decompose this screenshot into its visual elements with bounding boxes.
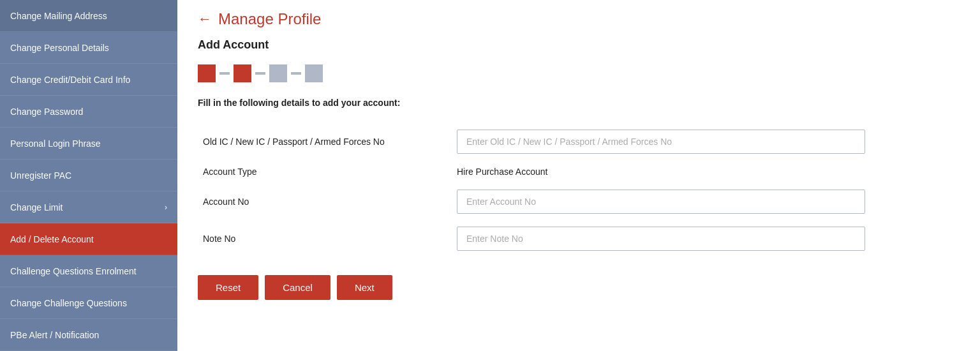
sidebar: Change Mailing Address Change Personal D…: [0, 0, 177, 351]
sidebar-item-label: Personal Login Phrase: [10, 138, 101, 149]
chevron-right-icon: ›: [165, 203, 167, 212]
sidebar-item-add-delete-account[interactable]: Add / Delete Account: [0, 223, 177, 255]
sidebar-item-change-challenge-questions[interactable]: Change Challenge Questions: [0, 287, 177, 319]
step-connector-2: [255, 72, 265, 75]
sidebar-item-change-mailing-address[interactable]: Change Mailing Address: [0, 0, 177, 32]
ic-label: Old IC / New IC / Passport / Armed Force…: [198, 123, 452, 160]
section-title: Add Account: [198, 38, 960, 52]
note-no-label: Note No: [198, 220, 452, 257]
note-no-input[interactable]: [457, 227, 865, 251]
step-2: [234, 64, 251, 82]
sidebar-item-change-password[interactable]: Change Password: [0, 96, 177, 128]
sidebar-item-label: Add / Delete Account: [10, 234, 94, 244]
form-instructions: Fill in the following details to add you…: [198, 98, 960, 108]
next-button[interactable]: Next: [337, 275, 392, 300]
account-no-input[interactable]: [457, 190, 865, 214]
step-4: [305, 64, 323, 82]
account-type-label: Account Type: [198, 160, 452, 183]
sidebar-item-label: Change Personal Details: [10, 43, 109, 53]
account-no-label: Account No: [198, 183, 452, 220]
sidebar-item-personal-login-phrase[interactable]: Personal Login Phrase: [0, 128, 177, 160]
note-no-row: Note No: [198, 220, 960, 257]
account-no-row: Account No: [198, 183, 960, 220]
reset-button[interactable]: Reset: [198, 275, 258, 300]
sidebar-item-label: Change Credit/Debit Card Info: [10, 75, 130, 85]
ic-row: Old IC / New IC / Passport / Armed Force…: [198, 123, 960, 160]
sidebar-item-label: Unregister PAC: [10, 170, 71, 181]
step-3: [269, 64, 287, 82]
sidebar-item-change-credit-debit[interactable]: Change Credit/Debit Card Info: [0, 64, 177, 96]
sidebar-item-change-personal-details[interactable]: Change Personal Details: [0, 32, 177, 64]
page-header: ← Manage Profile: [198, 10, 960, 28]
sidebar-item-label: Challenge Questions Enrolment: [10, 266, 137, 276]
account-type-value: Hire Purchase Account: [457, 167, 547, 177]
account-type-row: Account Type Hire Purchase Account: [198, 160, 960, 183]
cancel-button[interactable]: Cancel: [265, 275, 330, 300]
step-connector-1: [219, 72, 230, 75]
account-type-value-cell: Hire Purchase Account: [452, 160, 960, 183]
ic-input-cell: [452, 123, 960, 160]
sidebar-item-label: Change Password: [10, 107, 83, 117]
sidebar-item-label: Change Mailing Address: [10, 11, 107, 21]
sidebar-item-label: Change Challenge Questions: [10, 298, 127, 308]
add-account-form: Old IC / New IC / Passport / Armed Force…: [198, 123, 960, 257]
step-1: [198, 64, 216, 82]
main-content: ← Manage Profile Add Account Fill in the…: [177, 0, 980, 351]
sidebar-item-change-limit[interactable]: Change Limit ›: [0, 191, 177, 223]
sidebar-item-unregister-pac[interactable]: Unregister PAC: [0, 160, 177, 191]
account-no-input-cell: [452, 183, 960, 220]
step-connector-3: [291, 72, 301, 75]
back-button[interactable]: ←: [198, 12, 212, 26]
page-title: Manage Profile: [218, 10, 321, 28]
sidebar-item-pbe-alert-notification[interactable]: PBe Alert / Notification: [0, 319, 177, 351]
progress-steps: [198, 64, 960, 82]
sidebar-item-challenge-questions-enrolment[interactable]: Challenge Questions Enrolment: [0, 255, 177, 287]
note-no-input-cell: [452, 220, 960, 257]
sidebar-item-label: PBe Alert / Notification: [10, 330, 99, 340]
sidebar-item-label: Change Limit: [10, 202, 63, 213]
form-buttons: Reset Cancel Next: [198, 275, 960, 300]
ic-input[interactable]: [457, 130, 865, 154]
